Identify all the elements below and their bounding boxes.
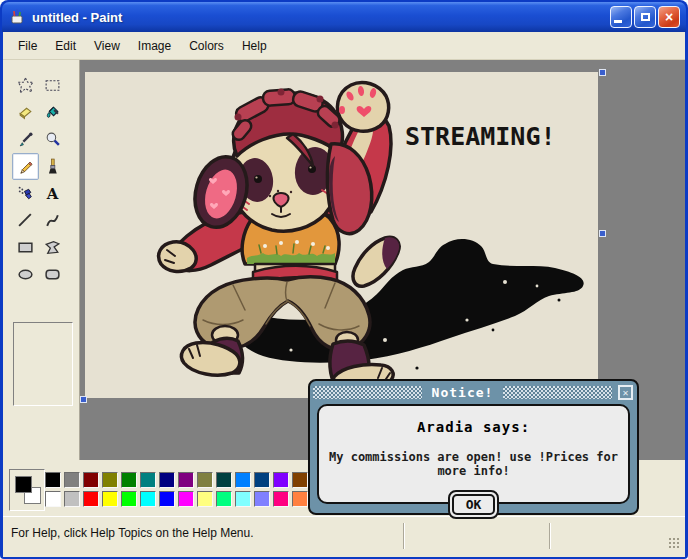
pencil-button[interactable] [12, 153, 39, 180]
dialog-close-button[interactable]: ✕ [618, 385, 633, 400]
color-swatch[interactable] [45, 491, 61, 507]
rectangle-button[interactable] [12, 234, 39, 261]
canvas-artwork [85, 72, 598, 398]
color-swatch[interactable] [159, 472, 175, 488]
color-swatch[interactable] [140, 472, 156, 488]
color-swatch[interactable] [273, 472, 289, 488]
rectangle-icon [17, 239, 34, 256]
menu-colors[interactable]: Colors [180, 36, 233, 56]
dialog-body: Aradia says: My commissions are open! us… [317, 404, 630, 504]
airbrush-button[interactable] [12, 180, 39, 207]
curve-icon [44, 212, 61, 229]
rounded-rectangle-button[interactable] [39, 261, 66, 288]
notice-dialog: Notice! ✕ Aradia says: My commissions ar… [308, 379, 639, 515]
color-swatch[interactable] [83, 491, 99, 507]
line-icon [17, 212, 34, 229]
color-swatch[interactable] [121, 472, 137, 488]
color-swatch[interactable] [254, 491, 270, 507]
menu-file[interactable]: File [9, 36, 46, 56]
canvas-resize-handle-bottom-left[interactable] [80, 396, 87, 403]
status-divider [403, 523, 404, 549]
close-icon: × [665, 10, 673, 24]
text-button[interactable]: A [39, 180, 66, 207]
color-swatch[interactable] [254, 472, 270, 488]
foreground-color-swatch [15, 476, 32, 493]
brush-button[interactable] [39, 153, 66, 180]
magnifier-icon [44, 131, 61, 148]
menu-help[interactable]: Help [233, 36, 276, 56]
color-swatch[interactable] [102, 472, 118, 488]
color-swatch[interactable] [292, 472, 308, 488]
minimize-icon [614, 20, 622, 23]
select-icon [44, 77, 61, 94]
ellipse-button[interactable] [12, 261, 39, 288]
maximize-button[interactable] [634, 6, 656, 28]
title-bar[interactable]: untitled - Paint × [2, 2, 686, 32]
paint-cup-icon [8, 8, 26, 26]
color-swatch[interactable] [216, 491, 232, 507]
resize-grip[interactable] [667, 536, 680, 549]
select-button[interactable] [39, 72, 66, 99]
paint-window: untitled - Paint × FileEditViewImageColo… [0, 0, 688, 559]
fill-with-color-icon [44, 104, 61, 121]
color-swatch[interactable] [235, 472, 251, 488]
status-text: For Help, click Help Topics on the Help … [11, 526, 254, 540]
ok-button-label: OK [452, 494, 496, 515]
text-icon: A [44, 185, 61, 202]
color-swatch[interactable] [216, 472, 232, 488]
magnifier-button[interactable] [39, 126, 66, 153]
close-button[interactable]: × [658, 6, 680, 28]
color-swatch[interactable] [273, 491, 289, 507]
tool-panel: A [3, 60, 80, 460]
dialog-title: Notice! [422, 385, 504, 400]
maximize-icon [641, 13, 650, 21]
color-swatch[interactable] [178, 472, 194, 488]
foreground-background-indicator[interactable] [9, 469, 45, 511]
ok-button[interactable]: OK [448, 490, 500, 519]
color-swatch[interactable] [121, 491, 137, 507]
dialog-message: My commissions are open! use !Prices for… [319, 450, 628, 478]
dialog-dither-left [313, 386, 422, 399]
fill-with-color-button[interactable] [39, 99, 66, 126]
tool-options-box[interactable] [13, 322, 73, 406]
pencil-icon [17, 158, 34, 175]
dialog-title-bar[interactable]: Notice! ✕ [313, 384, 634, 401]
window-title: untitled - Paint [32, 10, 608, 25]
canvas-resize-handle-top-right[interactable] [599, 69, 606, 76]
pick-color-button[interactable] [12, 126, 39, 153]
dialog-heading: Aradia says: [319, 419, 628, 435]
curve-button[interactable] [39, 207, 66, 234]
status-divider [549, 523, 550, 549]
color-swatch[interactable] [292, 491, 308, 507]
free-form-select-icon [17, 77, 34, 94]
polygon-icon [44, 239, 61, 256]
color-swatch[interactable] [83, 472, 99, 488]
color-swatch[interactable] [140, 491, 156, 507]
ellipse-icon [17, 266, 34, 283]
eraser-button[interactable] [12, 99, 39, 126]
color-swatch[interactable] [178, 491, 194, 507]
color-swatch[interactable] [197, 491, 213, 507]
palette-row-2 [45, 491, 308, 507]
color-swatch[interactable] [159, 491, 175, 507]
canvas-resize-handle-right[interactable] [599, 230, 606, 237]
menu-image[interactable]: Image [129, 36, 180, 56]
free-form-select-button[interactable] [12, 72, 39, 99]
color-swatch[interactable] [64, 472, 80, 488]
polygon-button[interactable] [39, 234, 66, 261]
color-swatch[interactable] [197, 472, 213, 488]
color-swatch[interactable] [102, 491, 118, 507]
palette-row-1 [45, 472, 308, 488]
color-swatch[interactable] [64, 491, 80, 507]
drawing-canvas[interactable]: STREAMING! [85, 72, 598, 398]
status-bar: For Help, click Help Topics on the Help … [3, 516, 685, 557]
menu-edit[interactable]: Edit [46, 36, 85, 56]
line-button[interactable] [12, 207, 39, 234]
color-swatch[interactable] [235, 491, 251, 507]
menu-view[interactable]: View [85, 36, 129, 56]
minimize-button[interactable] [610, 6, 632, 28]
airbrush-icon [17, 185, 34, 202]
color-swatch[interactable] [45, 472, 61, 488]
rounded-rectangle-icon [44, 266, 61, 283]
dialog-dither-right [503, 386, 612, 399]
